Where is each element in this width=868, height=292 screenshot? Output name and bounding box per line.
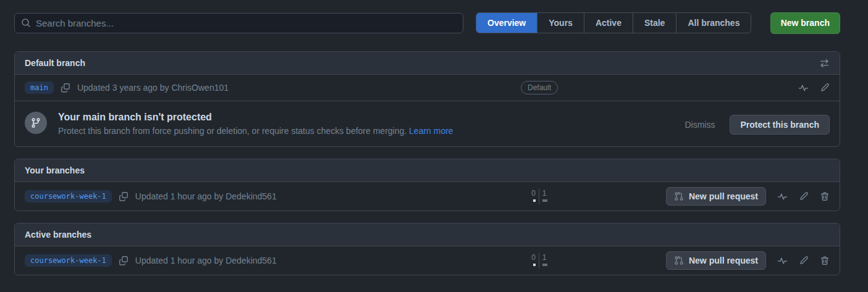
default-branch-header: Default branch <box>15 52 840 75</box>
default-badge: Default <box>521 81 558 94</box>
branch-link-coursework-week-1[interactable]: coursework-week-1 <box>25 254 112 267</box>
new-pull-request-button[interactable]: New pull request <box>666 187 766 206</box>
delete-branch-trash-icon[interactable] <box>820 256 830 265</box>
ahead-bar <box>542 264 547 266</box>
branch-updated-text: Updated 3 years ago by ChrisOwen101 <box>77 83 229 93</box>
branch-info: coursework-week-1 Updated 1 hour ago by … <box>25 254 508 267</box>
rename-branch-pencil-icon[interactable] <box>799 191 809 201</box>
active-branches-header: Active branches <box>15 223 840 246</box>
rename-branch-pencil-icon[interactable] <box>799 256 809 265</box>
search-branches-input[interactable] <box>14 13 463 33</box>
search-branches-wrapper <box>14 13 463 33</box>
ahead-number: 1 <box>542 252 547 262</box>
notice-title: Your main branch isn't protected <box>58 112 453 123</box>
notice-actions: Dismiss Protect this branch <box>681 112 830 135</box>
notice-text: Your main branch isn't protected Protect… <box>58 112 453 136</box>
behind-number: 0 <box>531 188 536 198</box>
tab-stale[interactable]: Stale <box>633 13 676 33</box>
branches-toolbar: Overview Yours Active Stale All branches… <box>14 12 840 33</box>
branch-link-coursework-week-1[interactable]: coursework-week-1 <box>25 190 112 202</box>
tab-active[interactable]: Active <box>584 13 633 33</box>
branch-updated-text: Updated 1 hour ago by Dedekind561 <box>135 191 277 201</box>
ahead-behind-widget: 0 1 <box>531 188 547 204</box>
ahead-count: 1 <box>539 252 547 269</box>
git-pull-request-icon <box>674 191 684 201</box>
behind-bar <box>533 199 536 202</box>
dismiss-button[interactable]: Dismiss <box>681 119 718 130</box>
git-pull-request-icon <box>674 256 684 265</box>
branch-protection-notice: Your main branch isn't protected Protect… <box>15 101 840 146</box>
activity-icon[interactable] <box>777 191 788 202</box>
new-branch-button[interactable]: New branch <box>770 12 840 34</box>
ahead-behind-widget: 0 1 <box>531 252 547 269</box>
ahead-number: 1 <box>542 188 547 198</box>
activity-icon[interactable] <box>777 256 788 266</box>
arrow-switch-icon[interactable] <box>819 58 830 69</box>
branch-row-main: main Updated 3 years ago by ChrisOwen101… <box>15 75 840 101</box>
branch-row-coursework-week-1: coursework-week-1 Updated 1 hour ago by … <box>15 246 840 275</box>
activity-icon[interactable] <box>798 83 809 93</box>
behind-count: 0 <box>531 188 539 204</box>
new-pull-request-label: New pull request <box>689 256 758 265</box>
learn-more-link[interactable]: Learn more <box>409 126 453 136</box>
branch-row-coursework-week-1: coursework-week-1 Updated 1 hour ago by … <box>15 182 840 211</box>
section-title-default-branch: Default branch <box>25 58 85 68</box>
section-title-your-branches: Your branches <box>25 165 85 175</box>
copy-branch-name-icon[interactable] <box>119 256 129 265</box>
your-branches-header: Your branches <box>15 159 840 182</box>
behind-bar <box>533 264 536 266</box>
protect-branch-button[interactable]: Protect this branch <box>730 115 830 135</box>
branch-actions: New pull request <box>570 187 830 206</box>
tab-yours[interactable]: Yours <box>537 13 584 33</box>
git-branch-avatar-icon <box>25 112 47 134</box>
behind-count: 0 <box>531 252 539 269</box>
branch-info: main Updated 3 years ago by ChrisOwen101 <box>25 81 508 94</box>
badge-cell: Default <box>508 81 570 94</box>
delete-branch-trash-icon[interactable] <box>820 191 830 201</box>
branch-actions <box>570 83 830 93</box>
tab-overview[interactable]: Overview <box>476 13 537 33</box>
notice-description-text: Protect this branch from force pushing o… <box>58 126 407 136</box>
ahead-behind-cell: 0 1 <box>508 252 570 269</box>
behind-number: 0 <box>531 252 536 262</box>
new-pull-request-label: New pull request <box>689 191 758 201</box>
ahead-bar <box>542 199 547 202</box>
your-branches-section: Your branches coursework-week-1 Updated … <box>14 159 840 211</box>
notice-description: Protect this branch from force pushing o… <box>58 126 453 136</box>
new-pull-request-button[interactable]: New pull request <box>666 251 766 270</box>
branch-link-main[interactable]: main <box>25 81 54 94</box>
branch-updated-text: Updated 1 hour ago by Dedekind561 <box>135 256 277 265</box>
default-branch-section: Default branch main Updated 3 years ago … <box>14 51 840 147</box>
ahead-behind-cell: 0 1 <box>508 188 570 204</box>
active-branches-section: Active branches coursework-week-1 Update… <box>14 223 840 275</box>
ahead-count: 1 <box>539 188 547 204</box>
branch-info: coursework-week-1 Updated 1 hour ago by … <box>25 190 508 202</box>
tab-all-branches[interactable]: All branches <box>676 13 751 33</box>
branch-actions: New pull request <box>570 251 830 270</box>
rename-branch-pencil-icon[interactable] <box>820 83 830 93</box>
section-title-active-branches: Active branches <box>25 230 91 240</box>
branch-filter-tabs: Overview Yours Active Stale All branches <box>476 12 751 33</box>
copy-branch-name-icon[interactable] <box>119 191 129 201</box>
copy-branch-name-icon[interactable] <box>61 83 70 93</box>
